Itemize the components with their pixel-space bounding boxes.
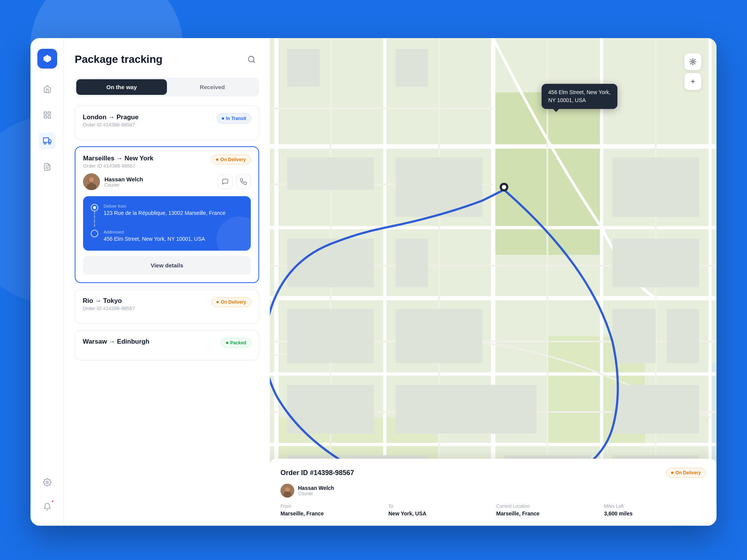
status-badge-3: On Delivery	[212, 297, 251, 307]
current-loc-value: Marseille, France	[496, 510, 598, 517]
from-connector	[91, 204, 98, 227]
svg-rect-1	[48, 112, 50, 114]
from-col-value: Marseille, France	[281, 510, 382, 517]
sidebar-nav	[39, 81, 56, 462]
package-card-warsaw-edinburgh[interactable]: Warsaw → Edinburgh Packed	[75, 330, 259, 360]
route-text-4: Warsaw → Edinburgh	[83, 338, 149, 346]
search-button[interactable]	[244, 52, 259, 67]
order-id-2: Order ID #14398-98567	[83, 163, 154, 169]
to-address-value: 456 Elm Street, New York, NY 10001, USA	[104, 235, 243, 243]
svg-rect-2	[44, 116, 46, 118]
detail-miles-left: Miles Left 3,600 miles	[604, 504, 706, 517]
order-courier-name: Hassan Welch	[298, 485, 334, 491]
package-card-marseilles-newyork[interactable]: Marseilles → New York Order ID #14398-98…	[75, 146, 259, 283]
order-courier-role: Courier	[298, 491, 334, 496]
content-area: Package tracking On the way Received Lon…	[64, 38, 717, 526]
panel-header: Package tracking	[75, 52, 259, 67]
status-badge: In Transit	[217, 114, 251, 123]
tab-received[interactable]: Received	[167, 79, 258, 95]
status-dot-icon	[222, 117, 224, 120]
app-logo[interactable]	[37, 49, 57, 69]
view-details-button[interactable]: View details	[83, 256, 251, 275]
map-svg	[270, 38, 717, 526]
address-card: Deliver from 123 Rue de la République, 1…	[83, 196, 251, 251]
zoom-in-button[interactable]: +	[684, 73, 701, 90]
svg-rect-0	[44, 112, 46, 114]
to-address-item: Addressed 456 Elm Street, New York, NY 1…	[91, 230, 243, 243]
sidebar-bottom	[39, 474, 56, 515]
sidebar-item-grid[interactable]	[39, 107, 56, 123]
svg-rect-56	[612, 238, 699, 287]
call-button[interactable]	[236, 174, 251, 189]
svg-rect-60	[612, 309, 656, 363]
order-detail-header: Order ID #14398-98567 On Delivery	[281, 468, 706, 478]
tab-on-the-way[interactable]: On the way	[76, 79, 167, 95]
detail-grid: From Marseille, France To New York, USA …	[281, 504, 706, 517]
address-section: Deliver from 123 Rue de la République, 1…	[91, 204, 243, 243]
svg-rect-61	[667, 309, 699, 363]
route-text-3: Rio → Tokyo	[83, 297, 135, 305]
status-dot-icon-4	[226, 342, 228, 344]
svg-rect-47	[396, 49, 428, 87]
tabs-container: On the way Received	[75, 78, 259, 96]
svg-rect-55	[396, 238, 428, 287]
map-controls: +	[684, 53, 701, 90]
order-id-3: Order ID #14398-98567	[83, 306, 135, 311]
sidebar-item-settings[interactable]	[39, 474, 56, 491]
package-card-london-prague[interactable]: London → Prague Order ID #14398-98567 In…	[75, 106, 259, 140]
status-dot-icon-2	[216, 158, 218, 161]
to-label: Addressed	[104, 230, 243, 234]
route-text: London → Prague	[83, 114, 138, 121]
from-address-value: 123 Rue de la République, 13002 Marseill…	[104, 210, 243, 217]
sidebar-item-document[interactable]	[39, 158, 56, 175]
courier-avatar	[83, 173, 100, 190]
card-header-4: Warsaw → Edinburgh Packed	[83, 338, 251, 348]
svg-rect-59	[396, 309, 483, 363]
order-detail-panel: Order ID #14398-98567 On Delivery	[270, 459, 717, 526]
order-detail-status: On Delivery	[666, 468, 706, 478]
svg-rect-65	[612, 385, 699, 434]
svg-point-6	[44, 142, 46, 144]
map-area: 456 Elm Street, New York, NY 10001, USA …	[270, 38, 717, 526]
to-col-value: New York, USA	[388, 510, 490, 517]
courier-role: Courier	[104, 182, 143, 188]
package-card-rio-tokyo[interactable]: Rio → Tokyo Order ID #14398-98567 On Del…	[75, 289, 259, 324]
courier-info: Hassan Welch Courier	[83, 173, 143, 190]
tracking-panel: Package tracking On the way Received Lon…	[64, 38, 270, 526]
order-detail-id: Order ID #14398-98567	[281, 469, 354, 477]
locate-button[interactable]	[684, 53, 701, 70]
svg-rect-51	[396, 157, 483, 217]
courier-row: Hassan Welch Courier	[83, 173, 251, 190]
to-dot-icon	[91, 230, 98, 237]
svg-rect-3	[48, 116, 50, 118]
card-header: London → Prague Order ID #14398-98567 In…	[83, 114, 251, 128]
svg-rect-58	[287, 309, 374, 363]
svg-point-10	[46, 481, 48, 483]
order-detail-status-dot	[671, 472, 673, 474]
route-text-2: Marseilles → New York	[83, 155, 154, 162]
svg-rect-46	[287, 49, 320, 87]
svg-rect-64	[396, 385, 537, 434]
status-badge-4: Packed	[221, 338, 251, 348]
sidebar-item-home[interactable]	[39, 81, 56, 98]
sidebar	[30, 38, 64, 526]
to-col-label: To	[388, 504, 490, 509]
svg-point-75	[284, 491, 291, 498]
connector-line	[94, 211, 95, 227]
detail-from: From Marseille, France	[281, 504, 382, 517]
sidebar-item-notifications[interactable]	[39, 498, 56, 515]
map-tooltip: 456 Elm Street, New York, NY 10001, USA	[542, 84, 617, 109]
sidebar-item-delivery[interactable]	[39, 133, 56, 149]
svg-point-71	[502, 185, 506, 189]
svg-point-74	[285, 487, 290, 492]
from-label: Deliver from	[104, 204, 243, 208]
svg-point-7	[48, 142, 50, 144]
svg-rect-4	[43, 138, 48, 142]
message-button[interactable]	[218, 174, 232, 189]
svg-line-12	[253, 61, 255, 62]
page-title: Package tracking	[75, 53, 162, 66]
detail-to: To New York, USA	[388, 504, 490, 517]
svg-point-72	[692, 61, 694, 63]
status-badge-2: On Delivery	[211, 155, 251, 165]
courier-detail: Hassan Welch Courier	[281, 484, 706, 498]
